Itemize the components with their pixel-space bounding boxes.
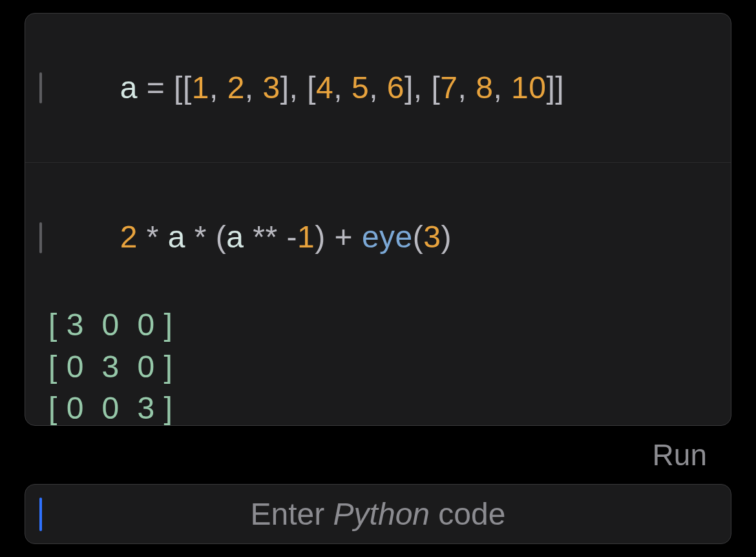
token-paren: ) + — [315, 220, 362, 254]
token-comma: , — [209, 70, 227, 105]
token-variable: a — [168, 220, 185, 254]
cell-indicator-icon — [39, 222, 42, 253]
token-comma: , — [245, 70, 263, 105]
token-number: 2 — [227, 70, 245, 105]
token-paren: ) — [441, 220, 451, 254]
token-paren: ( — [216, 220, 226, 254]
token-number: 7 — [440, 70, 457, 105]
code-input[interactable]: Enter Python code — [25, 484, 731, 544]
token-number: 6 — [387, 70, 404, 105]
token-number: 3 — [423, 220, 441, 254]
token-number: 10 — [511, 70, 546, 105]
token-comma: , — [333, 70, 352, 105]
token-operator: = — [138, 70, 174, 105]
token-paren: ( — [413, 220, 423, 254]
run-button[interactable]: Run — [653, 437, 707, 472]
token-variable: a — [226, 220, 244, 254]
code-cell-1[interactable]: a = [[1, 2, 3], [4, 5, 6], [7, 8, 10]] — [25, 14, 731, 163]
token-comma: , — [369, 70, 387, 105]
token-operator: * — [138, 220, 168, 254]
token-function: eye — [362, 220, 413, 254]
token-bracket: ]] — [547, 70, 565, 105]
token-comma: , — [458, 70, 476, 105]
token-operator: * — [185, 220, 216, 254]
input-placeholder: Enter Python code — [251, 496, 506, 532]
placeholder-text-post: code — [430, 497, 505, 531]
placeholder-text-lang: Python — [333, 497, 430, 531]
token-number: 5 — [352, 70, 369, 105]
token-comma: , — [493, 70, 511, 105]
token-operator: ** — [244, 220, 287, 254]
token-bracket: [[ — [174, 70, 192, 105]
token-operator: - — [287, 220, 297, 254]
token-number: 8 — [476, 70, 493, 105]
token-bracket: ], [ — [280, 70, 316, 105]
token-number: 2 — [120, 220, 138, 254]
run-row: Run — [25, 426, 731, 478]
token-number: 1 — [192, 70, 209, 105]
code-output-container: a = [[1, 2, 3], [4, 5, 6], [7, 8, 10]] 2… — [25, 13, 731, 426]
cell-output: [ 3 0 0 ] [ 0 3 0 ] [ 0 0 3 ] — [39, 304, 717, 426]
token-number: 3 — [263, 70, 280, 105]
token-variable: a — [120, 70, 138, 105]
code-line-2: 2 * a * (a ** -1) + eye(3) — [39, 174, 717, 300]
token-number: 4 — [316, 70, 333, 105]
token-bracket: ], [ — [404, 70, 440, 105]
token-number: 1 — [297, 220, 315, 254]
code-cell-2[interactable]: 2 * a * (a ** -1) + eye(3) [ 3 0 0 ] [ 0… — [25, 163, 731, 426]
text-cursor-icon — [39, 498, 42, 531]
cell-indicator-icon — [39, 72, 42, 103]
placeholder-text-pre: Enter — [251, 497, 333, 531]
code-line-1: a = [[1, 2, 3], [4, 5, 6], [7, 8, 10]] — [39, 25, 717, 151]
